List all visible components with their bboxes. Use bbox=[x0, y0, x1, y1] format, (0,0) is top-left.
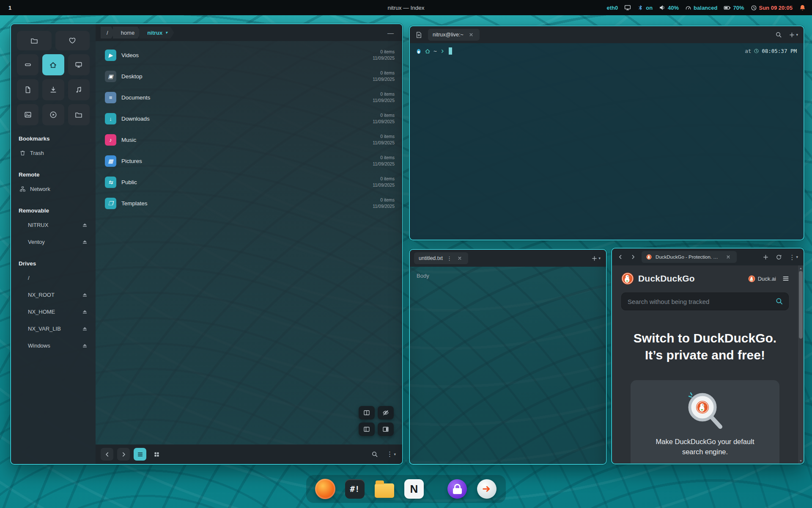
scrollbar-thumb[interactable] bbox=[799, 271, 803, 339]
columns-view-button[interactable] bbox=[359, 422, 375, 436]
nav-back-button[interactable] bbox=[101, 448, 113, 461]
editor-body[interactable]: Body bbox=[410, 267, 606, 464]
sidebar-item-nx-home[interactable]: NX_HOME bbox=[17, 303, 90, 320]
eject-icon[interactable] bbox=[81, 238, 89, 246]
eject-icon[interactable] bbox=[81, 221, 89, 229]
file-row[interactable]: ❐ Templates 0 items11/09/2025 bbox=[99, 193, 400, 214]
minimize-button[interactable]: — bbox=[384, 28, 397, 37]
sidebar-item-trash[interactable]: Trash bbox=[17, 144, 90, 161]
dock-terminal-button[interactable]: #! bbox=[344, 478, 365, 500]
list-view-button[interactable] bbox=[134, 448, 146, 461]
file-row[interactable]: ♪ Music 0 items11/09/2025 bbox=[99, 129, 400, 150]
file-name: Documents bbox=[121, 94, 368, 101]
clock-indicator[interactable]: Sun 09 20:05 bbox=[751, 5, 793, 11]
power-profile-indicator[interactable]: balanced bbox=[685, 5, 717, 11]
documents-button[interactable] bbox=[17, 79, 38, 100]
close-icon[interactable] bbox=[467, 31, 475, 39]
close-icon[interactable] bbox=[724, 253, 732, 261]
scroll-up-icon[interactable]: ▲ bbox=[799, 265, 802, 271]
display-indicator[interactable] bbox=[624, 4, 631, 11]
lock-screen-button[interactable] bbox=[447, 478, 468, 500]
file-row[interactable]: ▦ Pictures 0 items11/09/2025 bbox=[99, 150, 400, 171]
file-meta: 0 items11/09/2025 bbox=[373, 155, 395, 167]
file-meta: 0 items11/09/2025 bbox=[373, 91, 395, 103]
folder-icon: ≡ bbox=[105, 92, 116, 103]
favorites-button[interactable] bbox=[55, 31, 90, 50]
editor-tab[interactable]: untitled.txt ⋮ bbox=[414, 252, 468, 264]
browser-forward-button[interactable] bbox=[629, 253, 637, 261]
text-editor-window: untitled.txt ⋮ ▾ Body bbox=[409, 249, 607, 465]
add-tab-button[interactable]: ▾ bbox=[590, 254, 602, 263]
breadcrumb-home[interactable]: home bbox=[113, 27, 142, 39]
file-row[interactable]: ⇆ Public 0 items11/09/2025 bbox=[99, 171, 400, 193]
hide-hidden-files-button[interactable] bbox=[378, 406, 394, 420]
breadcrumb-root[interactable]: / bbox=[101, 27, 115, 39]
videos-button[interactable] bbox=[42, 104, 64, 125]
sidebar-item-nx-var-lib[interactable]: NX_VAR_LIB bbox=[17, 320, 90, 337]
bluetooth-indicator[interactable]: on bbox=[637, 5, 653, 11]
power-profile-label: balanced bbox=[694, 5, 717, 11]
sidebar-item-nitrux[interactable]: NITRUX bbox=[17, 216, 90, 233]
new-tab-icon[interactable] bbox=[414, 30, 424, 40]
file-row[interactable]: ▣ Desktop 0 items11/09/2025 bbox=[99, 66, 400, 87]
file-name: Pictures bbox=[121, 158, 368, 164]
overflow-menu-button[interactable]: ⋮▾ bbox=[385, 450, 397, 459]
tags-button[interactable] bbox=[17, 54, 38, 75]
scroll-down-icon[interactable]: ▼ bbox=[799, 458, 802, 464]
search-icon[interactable] bbox=[774, 30, 783, 39]
close-icon[interactable] bbox=[456, 254, 464, 262]
file-row[interactable]: ▶ Videos 0 items11/09/2025 bbox=[99, 44, 400, 66]
lock-icon bbox=[447, 479, 467, 499]
desktop-button[interactable] bbox=[68, 54, 90, 75]
sidebar-item-ventoy[interactable]: Ventoy bbox=[17, 233, 90, 250]
places-button[interactable] bbox=[17, 31, 52, 50]
file-row[interactable]: ≡ Documents 0 items11/09/2025 bbox=[99, 87, 400, 108]
new-tab-button[interactable] bbox=[761, 253, 770, 262]
launcher-button[interactable] bbox=[315, 478, 336, 500]
home-button[interactable] bbox=[42, 54, 64, 75]
duck-ai-link[interactable]: Duck.ai bbox=[748, 275, 776, 282]
breadcrumb-current-label: nitrux bbox=[147, 30, 162, 36]
volume-indicator[interactable]: 40% bbox=[659, 4, 679, 11]
search-icon[interactable] bbox=[368, 448, 381, 461]
eject-icon[interactable] bbox=[81, 291, 89, 299]
folders-button[interactable] bbox=[68, 104, 90, 125]
sidebar-item-nx-root[interactable]: NX_ROOT bbox=[17, 286, 90, 303]
network-indicator[interactable]: eth0 bbox=[606, 5, 618, 11]
downloads-button[interactable] bbox=[42, 79, 64, 100]
tab-options-icon[interactable]: ⋮ bbox=[447, 256, 452, 261]
browser-menu-button[interactable]: ⋮▾ bbox=[787, 253, 799, 262]
split-view-button[interactable] bbox=[359, 406, 375, 420]
sidebar-item-windows[interactable]: Windows bbox=[17, 337, 90, 354]
workspace-indicator[interactable]: 1 bbox=[6, 5, 14, 11]
terminal-body[interactable]: ~ at 08:05:37 PM bbox=[410, 43, 804, 240]
browser-tab[interactable]: DuckDuckGo - Protection. Priv... bbox=[642, 251, 737, 263]
eject-icon[interactable] bbox=[81, 308, 89, 316]
notifications-bell-icon[interactable] bbox=[799, 4, 806, 11]
hamburger-menu-icon[interactable] bbox=[782, 275, 790, 282]
nav-forward-button[interactable] bbox=[117, 448, 130, 461]
sidebar-item-root[interactable]: / bbox=[17, 269, 90, 286]
grid-view-button[interactable] bbox=[150, 448, 163, 461]
sidebar-item-network[interactable]: Network bbox=[17, 180, 90, 197]
eject-icon[interactable] bbox=[81, 325, 89, 333]
magnifier-illustration bbox=[684, 389, 726, 432]
breadcrumb-current[interactable]: nitrux ▾ bbox=[139, 27, 174, 39]
add-tab-button[interactable]: ▾ bbox=[787, 30, 799, 39]
clock-label: Sun 09 20:05 bbox=[759, 5, 793, 11]
pictures-button[interactable] bbox=[17, 104, 38, 125]
dock-nitrux-button[interactable]: N bbox=[403, 478, 425, 500]
search-icon[interactable] bbox=[775, 297, 783, 305]
file-row[interactable]: ↓ Downloads 0 items11/09/2025 bbox=[99, 108, 400, 129]
logout-button[interactable] bbox=[476, 478, 497, 500]
preview-pane-button[interactable] bbox=[378, 422, 394, 436]
battery-indicator[interactable]: 70% bbox=[724, 4, 744, 11]
music-button[interactable] bbox=[68, 79, 90, 100]
search-input[interactable] bbox=[621, 293, 789, 310]
reload-icon[interactable] bbox=[774, 253, 783, 262]
terminal-tab[interactable]: nitrux@live:~ bbox=[428, 29, 480, 41]
browser-scrollbar[interactable]: ▲ ▼ bbox=[798, 265, 804, 464]
browser-back-button[interactable] bbox=[616, 253, 625, 261]
eject-icon[interactable] bbox=[81, 342, 89, 350]
dock-files-button[interactable] bbox=[374, 478, 395, 500]
